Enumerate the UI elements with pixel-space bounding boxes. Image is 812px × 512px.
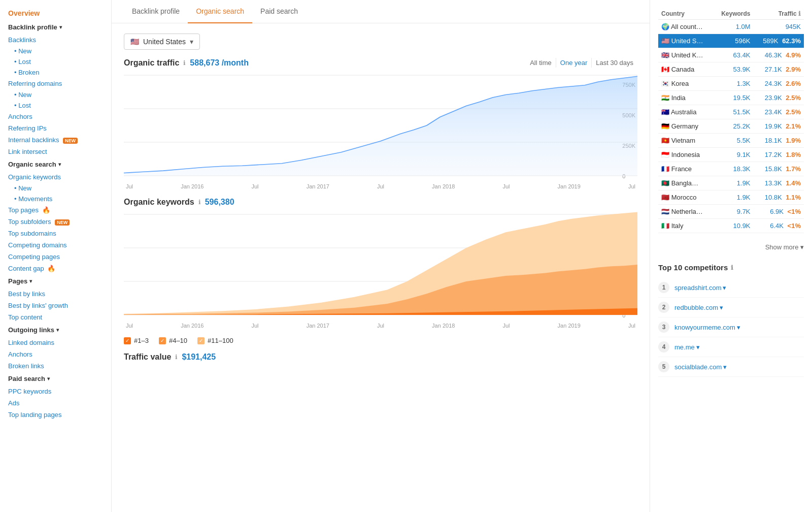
sidebar-content-gap[interactable]: Content gap 🔥 [0, 263, 111, 274]
organic-traffic-value: 588,673 /month [190, 58, 249, 68]
traffic-chart-svg [124, 70, 637, 181]
table-row[interactable]: 🇮🇳 India 19.5K 23.9K 2.5% [658, 91, 804, 105]
competitor-dropdown-icon[interactable]: ▾ [696, 343, 700, 351]
sidebar-pages[interactable]: Pages ▾ [0, 274, 111, 288]
table-row[interactable]: 🇰🇷 Korea 1.3K 24.3K 2.6% [658, 77, 804, 91]
organic-traffic-info-icon[interactable]: ℹ [183, 59, 186, 67]
chart-legend: ✓ #1–3 ✓ #4–10 ✓ #11–100 [124, 337, 637, 344]
table-row[interactable]: 🇺🇸 United S… 596K 589K 62.3% [658, 34, 804, 48]
traffic-cell: 945K [754, 20, 804, 34]
sidebar-organic-keywords[interactable]: Organic keywords [0, 171, 111, 183]
country-cell: 🇮🇹 Italy [658, 219, 713, 233]
main-panel: 🇺🇸 United States ▾ Organic traffic ℹ 588… [112, 23, 650, 372]
sidebar-competing-domains[interactable]: Competing domains [0, 239, 111, 251]
sidebar-top-landing-pages[interactable]: Top landing pages [0, 409, 111, 421]
sidebar-anchors[interactable]: Anchors [0, 111, 111, 122]
table-row[interactable]: 🇩🇪 Germany 25.2K 19.9K 2.1% [658, 119, 804, 134]
sidebar-internal-backlinks[interactable]: Internal backlinks NEW [0, 134, 111, 146]
sidebar-referring-domains[interactable]: Referring domains [0, 78, 111, 89]
sidebar-outgoing-links[interactable]: Outgoing links ▾ [0, 323, 111, 337]
competitors-info-icon[interactable]: ℹ [731, 264, 733, 271]
sidebar-top-subfolders[interactable]: Top subfolders NEW [0, 216, 111, 228]
tab-paid-search[interactable]: Paid search [252, 0, 306, 23]
competitor-dropdown-icon[interactable]: ▾ [737, 324, 740, 331]
keywords-cell: 1.9K [713, 190, 753, 205]
competitor-dropdown-icon[interactable]: ▾ [723, 284, 726, 292]
sidebar-overview[interactable]: Overview [0, 6, 111, 20]
sidebar-link-intersect[interactable]: Link intersect [0, 146, 111, 157]
tab-backlink-profile[interactable]: Backlink profile [124, 0, 188, 23]
legend-11-100[interactable]: ✓ #11–100 [197, 337, 233, 344]
sidebar-top-subdomains[interactable]: Top subdomains [0, 228, 111, 239]
sidebar-linked-domains[interactable]: Linked domains [0, 337, 111, 348]
sidebar-referring-domains-new[interactable]: New [0, 89, 111, 100]
sidebar-backlinks[interactable]: Backlinks [0, 34, 111, 46]
competitor-link[interactable]: me.me ▾ [674, 343, 700, 351]
sidebar-competing-pages[interactable]: Competing pages [0, 251, 111, 263]
table-row[interactable]: 🌍 All count… 1.0M 945K [658, 20, 804, 34]
sidebar-paid-search[interactable]: Paid search ▾ [0, 372, 111, 386]
sidebar-referring-domains-lost[interactable]: Lost [0, 100, 111, 111]
competitor-link[interactable]: spreadshirt.com ▾ [674, 284, 726, 292]
competitor-link[interactable]: redbubble.com ▾ [674, 304, 723, 311]
sidebar-outgoing-anchors[interactable]: Anchors [0, 348, 111, 360]
sidebar-top-pages[interactable]: Top pages 🔥 [0, 204, 111, 216]
keywords-cell: 19.5K [713, 91, 753, 105]
sidebar-referring-ips[interactable]: Referring IPs [0, 122, 111, 134]
traffic-cell: 27.1K 2.9% [754, 62, 804, 77]
table-row[interactable]: 🇧🇩 Bangla… 1.9K 13.3K 1.4% [658, 176, 804, 190]
table-row[interactable]: 🇦🇺 Australia 51.5K 23.4K 2.5% [658, 105, 804, 119]
sidebar-best-by-links-growth[interactable]: Best by links' growth [0, 300, 111, 311]
competitor-dropdown-icon[interactable]: ▾ [723, 363, 727, 371]
country-cell: 🇲🇦 Morocco [658, 190, 713, 205]
competitor-rank: 4 [658, 341, 669, 353]
legend-1-3[interactable]: ✓ #1–3 [124, 337, 149, 344]
traffic-cell: 6.4K <1% [754, 219, 804, 233]
country-cell: 🇳🇱 Netherla… [658, 205, 713, 219]
sidebar-top-content[interactable]: Top content [0, 311, 111, 323]
time-filter-one-year[interactable]: One year [556, 58, 591, 68]
table-row[interactable]: 🇻🇳 Vietnam 5.5K 18.1K 1.9% [658, 134, 804, 148]
traffic-sort-icon[interactable]: ℹ [798, 10, 801, 17]
sidebar-broken-links[interactable]: Broken links [0, 360, 111, 372]
country-cell: 🇬🇧 United K… [658, 48, 713, 62]
traffic-cell: 18.1K 1.9% [754, 134, 804, 148]
organic-keywords-info-icon[interactable]: ℹ [198, 199, 201, 206]
sidebar-backlinks-new[interactable]: New [0, 46, 111, 56]
country-selector[interactable]: 🇺🇸 United States ▾ [124, 34, 200, 50]
table-row[interactable]: 🇮🇹 Italy 10.9K 6.4K <1% [658, 219, 804, 233]
country-flag: 🇫🇷 [661, 165, 669, 173]
table-row[interactable]: 🇬🇧 United K… 63.4K 46.3K 4.9% [658, 48, 804, 62]
country-name-cell: Bangla… [671, 179, 698, 187]
table-row[interactable]: 🇨🇦 Canada 53.9K 27.1K 2.9% [658, 62, 804, 77]
table-row[interactable]: 🇳🇱 Netherla… 9.7K 6.9K <1% [658, 205, 804, 219]
keywords-cell: 63.4K [713, 48, 753, 62]
time-filter-30days[interactable]: Last 30 days [591, 58, 637, 68]
sidebar-organic-keywords-movements[interactable]: Movements [0, 194, 111, 204]
sidebar-organic-search[interactable]: Organic search ▾ [0, 157, 111, 171]
legend-4-10[interactable]: ✓ #4–10 [159, 337, 187, 344]
sidebar-backlinks-broken[interactable]: Broken [0, 67, 111, 78]
keywords-cell: 18.3K [713, 162, 753, 176]
competitor-link[interactable]: knowyourmeme.com ▾ [674, 324, 740, 331]
keywords-cell: 53.9K [713, 62, 753, 77]
table-row[interactable]: 🇮🇩 Indonesia 9.1K 17.2K 1.8% [658, 148, 804, 162]
sidebar-backlinks-lost[interactable]: Lost [0, 56, 111, 67]
competitor-dropdown-icon[interactable]: ▾ [720, 304, 723, 311]
tab-organic-search[interactable]: Organic search [188, 0, 252, 23]
table-row[interactable]: 🇲🇦 Morocco 1.9K 10.8K 1.1% [658, 190, 804, 205]
time-filter-all[interactable]: All time [526, 58, 556, 68]
sidebar-ads[interactable]: Ads [0, 397, 111, 409]
organic-keywords-header: Organic keywords ℹ 596,380 [124, 198, 637, 207]
sidebar-ppc-keywords[interactable]: PPC keywords [0, 386, 111, 397]
sidebar-backlink-profile[interactable]: Backlink profile ▾ [0, 20, 111, 34]
competitor-link[interactable]: socialblade.com ▾ [674, 363, 727, 371]
traffic-value-info-icon[interactable]: ℹ [175, 354, 178, 361]
traffic-value-amount: $191,425 [182, 353, 216, 362]
show-more-button[interactable]: Show more ▾ [658, 241, 804, 253]
table-row[interactable]: 🇫🇷 France 18.3K 15.8K 1.7% [658, 162, 804, 176]
sidebar-best-by-links[interactable]: Best by links [0, 288, 111, 300]
sidebar-organic-keywords-new[interactable]: New [0, 183, 111, 194]
legend-label-4-10: #4–10 [169, 337, 187, 344]
keywords-cell: 9.1K [713, 148, 753, 162]
